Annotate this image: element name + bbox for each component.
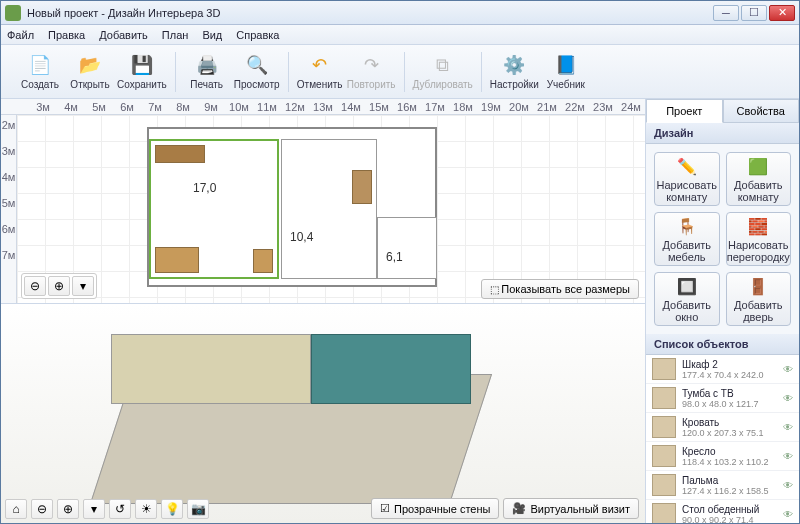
zoom-in-button[interactable]: ⊕: [48, 276, 70, 296]
floorplan[interactable]: 17,0 10,4 6,1: [147, 127, 437, 287]
menu-help[interactable]: Справка: [236, 29, 279, 41]
draw-partition-button[interactable]: 🧱Нарисовать перегородку: [726, 212, 792, 266]
ruler-tick: 24м: [617, 101, 645, 113]
draw-room-button[interactable]: ✏️Нарисовать комнату: [654, 152, 720, 206]
menu-add[interactable]: Добавить: [99, 29, 148, 41]
room-3[interactable]: 6,1: [377, 217, 437, 279]
close-button[interactable]: ✕: [769, 5, 795, 21]
menu-file[interactable]: Файл: [7, 29, 34, 41]
room-2[interactable]: 10,4: [281, 139, 377, 279]
printer-icon: 🖨️: [195, 53, 219, 77]
open-button[interactable]: 📂Открыть: [67, 49, 113, 95]
ruler-tick: 17м: [421, 101, 449, 113]
ruler-tick: 11м: [253, 101, 281, 113]
side-panel: Проект Свойства Дизайн ✏️Нарисовать комн…: [646, 99, 799, 523]
window-icon: 🔲: [676, 275, 698, 297]
menu-view[interactable]: Вид: [202, 29, 222, 41]
ruler-tick: 6м: [1, 223, 16, 249]
ruler-tick: 10м: [225, 101, 253, 113]
virtual-visit-button[interactable]: 🎥Виртуальный визит: [503, 498, 639, 519]
duplicate-button[interactable]: ⧉Дублировать: [413, 49, 473, 95]
chair-icon: 🪑: [676, 215, 698, 237]
view3d-home-button[interactable]: ⌂: [5, 499, 27, 519]
view3d-camera-button[interactable]: 📷: [187, 499, 209, 519]
menu-edit[interactable]: Правка: [48, 29, 85, 41]
list-item[interactable]: Стол обеденный90.0 x 90.2 x 71.4👁: [646, 500, 799, 523]
transparent-walls-toggle[interactable]: ☑Прозрачные стены: [371, 498, 499, 519]
room-3-area: 6,1: [386, 250, 403, 264]
view3d-zoom-out-button[interactable]: ⊖: [31, 499, 53, 519]
zoom-out-button[interactable]: ⊖: [24, 276, 46, 296]
view3d-rotate-button[interactable]: ↺: [109, 499, 131, 519]
tutorial-button[interactable]: 📘Учебник: [543, 49, 589, 95]
visibility-eye-icon[interactable]: 👁: [783, 422, 793, 433]
visibility-eye-icon[interactable]: 👁: [783, 364, 793, 375]
ruler-tick: 7м: [141, 101, 169, 113]
app-logo-icon: [5, 5, 21, 21]
iso-render: [71, 314, 511, 514]
redo-icon: ↷: [359, 53, 383, 77]
ruler-tick: 15м: [365, 101, 393, 113]
window-title: Новый проект - Дизайн Интерьера 3D: [27, 7, 713, 19]
add-furniture-button[interactable]: 🪑Добавить мебель: [654, 212, 720, 266]
add-room-icon: 🟩: [747, 155, 769, 177]
object-list[interactable]: Шкаф 2177.4 x 70.4 x 242.0👁Тумба с ТВ98.…: [646, 355, 799, 523]
preview-button[interactable]: 🔍Просмотр: [234, 49, 280, 95]
list-item[interactable]: Пальма127.4 x 116.2 x 158.5👁: [646, 471, 799, 500]
ruler-vertical: 2м3м4м5м6м7м: [1, 115, 17, 303]
visibility-eye-icon[interactable]: 👁: [783, 451, 793, 462]
redo-button[interactable]: ↷Повторить: [347, 49, 396, 95]
show-dimensions-button[interactable]: ⬚ Показывать все размеры: [481, 279, 639, 299]
plan-2d-canvas[interactable]: 17,0 10,4 6,1: [17, 115, 645, 303]
menubar: Файл Правка Добавить План Вид Справка: [1, 25, 799, 45]
room-1-area: 17,0: [193, 181, 216, 195]
door-icon: 🚪: [747, 275, 769, 297]
ruler-tick: 13м: [309, 101, 337, 113]
save-button[interactable]: 💾Сохранить: [117, 49, 167, 95]
room-1[interactable]: 17,0: [149, 139, 279, 279]
objects-section-header: Список объектов: [646, 334, 799, 355]
ruler-tick: 7м: [1, 249, 16, 275]
ruler-tick: 4м: [57, 101, 85, 113]
list-item[interactable]: Тумба с ТВ98.0 x 48.0 x 121.7👁: [646, 384, 799, 413]
ruler-tick: 19м: [477, 101, 505, 113]
ruler-tick: 8м: [169, 101, 197, 113]
furniture-armchair[interactable]: [253, 249, 273, 273]
view3d-light-button[interactable]: 💡: [161, 499, 183, 519]
list-item[interactable]: Кровать120.0 x 207.3 x 75.1👁: [646, 413, 799, 442]
add-room-button[interactable]: 🟩Добавить комнату: [726, 152, 792, 206]
maximize-button[interactable]: ☐: [741, 5, 767, 21]
ruler-tick: 22м: [561, 101, 589, 113]
add-window-button[interactable]: 🔲Добавить окно: [654, 272, 720, 326]
add-door-button[interactable]: 🚪Добавить дверь: [726, 272, 792, 326]
create-button[interactable]: 📄Создать: [17, 49, 63, 95]
object-name: Кровать: [682, 417, 777, 428]
ruler-tick: 23м: [589, 101, 617, 113]
visibility-eye-icon[interactable]: 👁: [783, 480, 793, 491]
minimize-button[interactable]: ─: [713, 5, 739, 21]
print-button[interactable]: 🖨️Печать: [184, 49, 230, 95]
object-dimensions: 118.4 x 103.2 x 110.2: [682, 457, 777, 467]
furniture-wardrobe[interactable]: [155, 145, 205, 163]
ruler-tick: 9м: [197, 101, 225, 113]
list-item[interactable]: Шкаф 2177.4 x 70.4 x 242.0👁: [646, 355, 799, 384]
view-3d-canvas[interactable]: ⌂ ⊖ ⊕ ▾ ↺ ☀ 💡 📷 ☑Прозрачные стены 🎥Вирту…: [1, 303, 645, 523]
settings-button[interactable]: ⚙️Настройки: [490, 49, 539, 95]
furniture-bed[interactable]: [352, 170, 372, 204]
tab-project[interactable]: Проект: [646, 99, 723, 123]
ruler-tick: 18м: [449, 101, 477, 113]
view3d-sun-button[interactable]: ☀: [135, 499, 157, 519]
list-item[interactable]: Кресло118.4 x 103.2 x 110.2👁: [646, 442, 799, 471]
tab-properties[interactable]: Свойства: [723, 99, 800, 123]
zoom-dropdown[interactable]: ▾: [72, 276, 94, 296]
furniture-sofa[interactable]: [155, 247, 199, 273]
undo-button[interactable]: ↶Отменить: [297, 49, 343, 95]
view3d-dropdown[interactable]: ▾: [83, 499, 105, 519]
view3d-zoom-in-button[interactable]: ⊕: [57, 499, 79, 519]
visibility-eye-icon[interactable]: 👁: [783, 393, 793, 404]
object-thumb-icon: [652, 474, 676, 496]
menu-plan[interactable]: План: [162, 29, 189, 41]
ruler-tick: 4м: [1, 171, 16, 197]
visibility-eye-icon[interactable]: 👁: [783, 509, 793, 520]
toolbar: 📄Создать 📂Открыть 💾Сохранить 🖨️Печать 🔍П…: [1, 45, 799, 99]
